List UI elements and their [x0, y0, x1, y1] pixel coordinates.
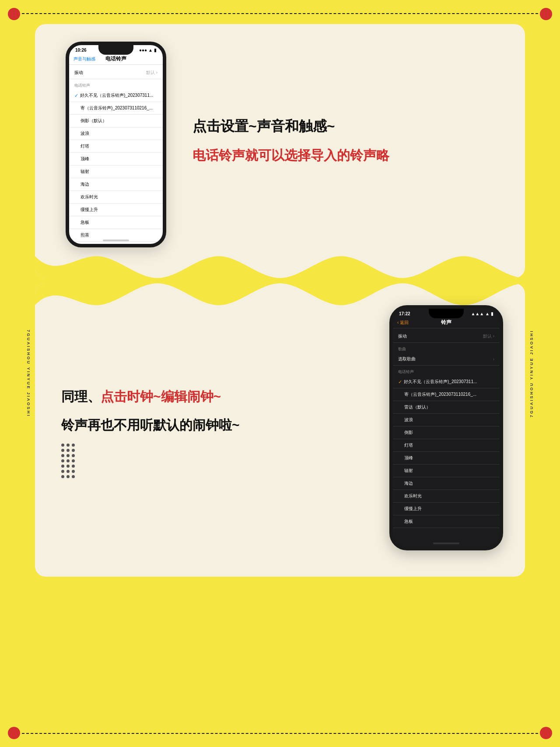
- top-section-card: 10:26 ●●● ▲ ▮ 声音与触感 电话铃声 振动 默认 ›: [35, 24, 525, 278]
- ringtone-item[interactable]: 开场: [69, 242, 163, 244]
- bottom-section-card: 同理、点击时钟~编辑闹钟~ 铃声再也不用听默认的闹钟啦~: [35, 283, 525, 577]
- back-button[interactable]: 声音与触感: [74, 56, 95, 62]
- ringtone-item[interactable]: 顶峰: [69, 153, 163, 166]
- status-icons-bottom: ▲▲▲ ▲ ▮: [471, 311, 494, 316]
- ringtone-item-dark[interactable]: 灯塔: [393, 439, 500, 452]
- top-phone-mockup: 10:26 ●●● ▲ ▮ 声音与触感 电话铃声 振动 默认 ›: [66, 42, 166, 247]
- side-dots-bottom: [61, 444, 363, 478]
- ringtone-item-dark[interactable]: 雷达（默认）: [393, 401, 500, 414]
- ringtone-item-dark[interactable]: 海边: [393, 477, 500, 490]
- vibrate-label-bottom: 振动: [398, 333, 407, 339]
- top-section-text: 点击设置~声音和触感~ 电话铃声就可以选择导入的铃声略: [188, 107, 503, 183]
- home-indicator-top: [103, 240, 129, 241]
- signal-icon-bottom: ▲▲▲: [471, 311, 484, 316]
- signal-icon: ●●●: [139, 48, 147, 53]
- corner-circle-br: [540, 727, 552, 739]
- ringtone-item[interactable]: 寄（云音乐铃声)_2023073110216_...: [69, 102, 163, 115]
- phone-screen-bottom: 17:22 ▲▲▲ ▲ ▮ ‹ 返回 铃声 振动 默认 ›: [393, 309, 500, 547]
- song-section-header: 歌曲: [393, 343, 500, 353]
- ringtone-item-dark[interactable]: 寄（云音乐铃声)_2023073110216_...: [393, 388, 500, 401]
- section-gap: [0, 278, 560, 283]
- corner-circle-tl: [8, 8, 20, 20]
- back-button-bottom[interactable]: ‹ 返回: [397, 320, 409, 326]
- vibrate-row[interactable]: 振动 默认 ›: [69, 67, 163, 79]
- status-time-bottom: 17:22: [399, 311, 410, 316]
- ringtone-item-dark[interactable]: ✓好久不见（云音乐铃声)_202307311...: [393, 376, 500, 388]
- bottom-text-line2: 铃声再也不用听默认的闹钟啦~: [61, 415, 363, 435]
- vibrate-label: 振动: [74, 70, 83, 76]
- corner-circle-bl: [8, 727, 20, 739]
- top-text-line1: 点击设置~声音和触感~: [192, 116, 499, 137]
- ringtone-item-dark[interactable]: 辐射: [393, 465, 500, 477]
- battery-icon: ▮: [154, 48, 157, 53]
- ringtone-item[interactable]: 海边: [69, 178, 163, 191]
- nav-title-bottom: 铃声: [441, 319, 452, 326]
- wifi-icon: ▲: [148, 48, 153, 53]
- home-indicator-bottom: [433, 543, 459, 544]
- phone-screen-top: 10:26 ●●● ▲ ▮ 声音与触感 电话铃声 振动 默认 ›: [69, 45, 163, 244]
- ringtone-list-bottom: ✓好久不见（云音乐铃声)_202307311...寄（云音乐铃声)_202307…: [393, 376, 500, 528]
- choose-song-row[interactable]: 选取歌曲 ›: [393, 353, 500, 366]
- page-wrapper: 10:26 ●●● ▲ ▮ 声音与触感 电话铃声 振动 默认 ›: [0, 0, 560, 747]
- ringtone-item-dark[interactable]: 缓慢上升: [393, 503, 500, 515]
- choose-song-arrow: ›: [493, 357, 494, 362]
- ringtone-item[interactable]: 灯塔: [69, 140, 163, 153]
- status-icons: ●●● ▲ ▮: [139, 48, 157, 53]
- bottom-phone-mockup: 17:22 ▲▲▲ ▲ ▮ ‹ 返回 铃声 振动 默认 ›: [389, 305, 503, 550]
- ringtone-item[interactable]: ✓好久不见（云音乐铃声)_202307311...: [69, 89, 163, 102]
- wifi-icon-bottom: ▲: [485, 311, 490, 316]
- wave-top-bottom-section: [35, 283, 525, 305]
- status-time: 10:26: [75, 48, 87, 53]
- vibrate-value-bottom: 默认 ›: [483, 333, 494, 339]
- nav-bar-bottom: ‹ 返回 铃声: [393, 317, 500, 328]
- top-text-line2: 电话铃声就可以选择导入的铃声略: [192, 145, 499, 165]
- phone-notch-dark: [429, 309, 464, 318]
- ringtone-item[interactable]: 倒影（默认）: [69, 115, 163, 127]
- vibrate-value: 默认 ›: [146, 70, 158, 76]
- nav-title: 电话铃声: [105, 55, 126, 63]
- ringtone-item[interactable]: 辐射: [69, 166, 163, 178]
- phone-notch: [98, 45, 133, 55]
- wave-bottom-top-section: [35, 256, 525, 278]
- ringtone-item-dark[interactable]: 欢乐时光: [393, 490, 500, 503]
- ringtone-item-dark[interactable]: 倒影: [393, 426, 500, 439]
- ringtone-item[interactable]: 急板: [69, 216, 163, 229]
- ringtone-section-header-bottom: 电话铃声: [393, 366, 500, 376]
- ringtone-item-dark[interactable]: 波浪: [393, 414, 500, 426]
- ringtone-item[interactable]: 波浪: [69, 127, 163, 140]
- ringtone-section-header: 电话铃声: [69, 79, 163, 89]
- ringtone-item-dark[interactable]: 急板: [393, 515, 500, 528]
- vibrate-row-bottom[interactable]: 振动 默认 ›: [393, 330, 500, 343]
- ringtone-item[interactable]: 缓慢上升: [69, 204, 163, 216]
- nav-bar-top: 声音与触感 电话铃声: [69, 53, 163, 65]
- corner-circle-tr: [540, 8, 552, 20]
- ringtone-item-dark[interactable]: 顶峰: [393, 452, 500, 465]
- bottom-section-text: 同理、点击时钟~编辑闹钟~ 铃声再也不用听默认的闹钟啦~: [57, 369, 368, 487]
- ringtone-item[interactable]: 欢乐时光: [69, 191, 163, 204]
- ringtone-list-top: ✓好久不见（云音乐铃声)_202307311...寄（云音乐铃声)_202307…: [69, 89, 163, 244]
- bottom-text-row1: 同理、点击时钟~编辑闹钟~: [61, 387, 363, 406]
- battery-icon-bottom: ▮: [491, 311, 494, 316]
